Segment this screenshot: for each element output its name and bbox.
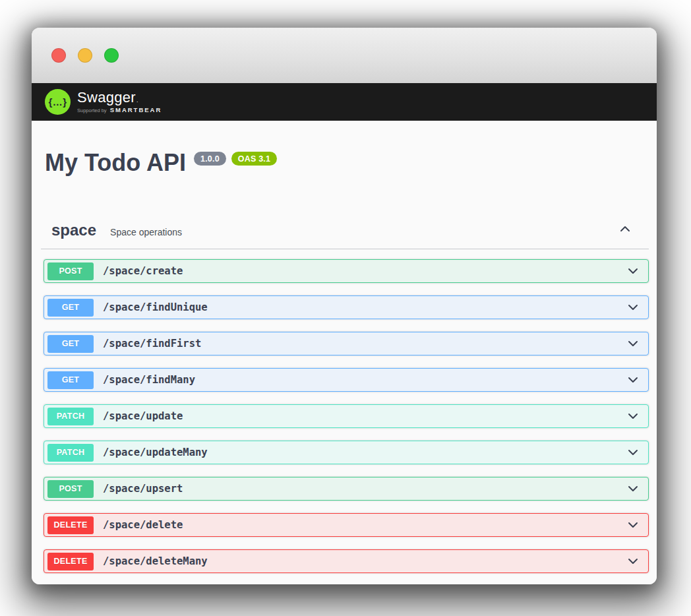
close-button[interactable] [51, 48, 66, 63]
tag-section-space: space Space operations POST /space/creat… [41, 213, 649, 573]
method-badge: GET [47, 335, 94, 353]
operation-path: /space/findUnique [103, 301, 208, 313]
chevron-down-icon [626, 337, 640, 350]
operation-path: /space/findFirst [103, 338, 201, 350]
chevron-up-icon [618, 222, 632, 235]
operation-path: /space/deleteMany [103, 555, 208, 567]
method-badge: DELETE [47, 553, 94, 570]
expand-operation-button[interactable] [626, 409, 640, 423]
method-badge: GET [47, 299, 94, 317]
swagger-topbar: {…} Swagger. Supported by SMARTBEAR [32, 83, 657, 121]
operation-path: /space/delete [103, 519, 183, 531]
operation-row-space-upsert[interactable]: POST /space/upsert [44, 477, 649, 501]
api-docs-content: My Todo API 1.0.0 OAS 3.1 space Space op… [32, 121, 657, 584]
supported-by-label: Supported by [77, 108, 107, 113]
chevron-down-icon [626, 482, 640, 495]
collapse-section-button[interactable] [618, 222, 632, 235]
swagger-logo-icon: {…} [45, 89, 71, 115]
operation-path: /space/updateMany [103, 447, 208, 458]
version-badge: 1.0.0 [194, 152, 226, 166]
method-badge: POST [47, 480, 94, 498]
tag-header-space[interactable]: space Space operations [41, 213, 649, 249]
operation-path: /space/create [103, 265, 183, 277]
operation-path: /space/upsert [103, 483, 183, 495]
chevron-down-icon [626, 518, 640, 532]
method-badge: PATCH [47, 444, 94, 462]
supported-by-line: Supported by SMARTBEAR [77, 107, 162, 113]
operation-row-space-update[interactable]: PATCH /space/update [44, 404, 649, 428]
expand-operation-button[interactable] [626, 264, 640, 278]
operation-row-space-findunique[interactable]: GET /space/findUnique [44, 295, 649, 319]
api-title-row: My Todo API 1.0.0 OAS 3.1 [45, 121, 644, 176]
chevron-down-icon [626, 446, 640, 459]
expand-operation-button[interactable] [626, 300, 640, 315]
zoom-button[interactable] [104, 48, 119, 63]
smartbear-brand: SMARTBEAR [110, 107, 162, 113]
operation-row-space-delete[interactable]: DELETE /space/delete [44, 513, 649, 537]
minimize-button[interactable] [78, 48, 92, 63]
expand-operation-button[interactable] [626, 336, 640, 351]
swagger-wordmark: Swagger. [77, 90, 162, 105]
operation-path: /space/findMany [103, 374, 195, 386]
method-badge: GET [47, 371, 94, 389]
expand-operation-button[interactable] [626, 373, 640, 387]
chevron-down-icon [626, 555, 640, 568]
method-badge: PATCH [47, 408, 94, 425]
chevron-down-icon [626, 301, 640, 314]
tag-name: space [51, 221, 96, 239]
operations-list: POST /space/create GET /space/findUnique [41, 259, 649, 573]
operation-row-space-findfirst[interactable]: GET /space/findFirst [44, 332, 649, 355]
desktop-background: {…} Swagger. Supported by SMARTBEAR My T… [0, 0, 691, 616]
logo-braces-glyph: {…} [48, 96, 67, 108]
window-titlebar[interactable] [32, 28, 657, 83]
oas-badge: OAS 3.1 [231, 152, 277, 166]
swagger-wordmark-block: Swagger. Supported by SMARTBEAR [77, 90, 162, 113]
swagger-logo[interactable]: {…} Swagger. Supported by SMARTBEAR [45, 89, 162, 115]
expand-operation-button[interactable] [626, 481, 640, 496]
operation-row-space-deletemany[interactable]: DELETE /space/deleteMany [44, 549, 649, 573]
chevron-down-icon [626, 410, 640, 423]
expand-operation-button[interactable] [626, 445, 640, 460]
expand-operation-button[interactable] [626, 518, 640, 532]
operation-row-space-findmany[interactable]: GET /space/findMany [44, 368, 649, 392]
chevron-down-icon [626, 264, 640, 278]
app-window: {…} Swagger. Supported by SMARTBEAR My T… [32, 28, 657, 584]
api-title: My Todo API [45, 150, 186, 176]
method-badge: DELETE [47, 516, 94, 534]
operation-row-space-create[interactable]: POST /space/create [44, 259, 649, 283]
trademark-dot: . [136, 97, 138, 104]
method-badge: POST [47, 262, 94, 280]
tag-description: Space operations [110, 227, 182, 237]
expand-operation-button[interactable] [626, 554, 640, 569]
operation-path: /space/update [103, 410, 183, 422]
chevron-down-icon [626, 373, 640, 386]
operation-row-space-updatemany[interactable]: PATCH /space/updateMany [44, 441, 649, 464]
traffic-lights [51, 48, 119, 63]
